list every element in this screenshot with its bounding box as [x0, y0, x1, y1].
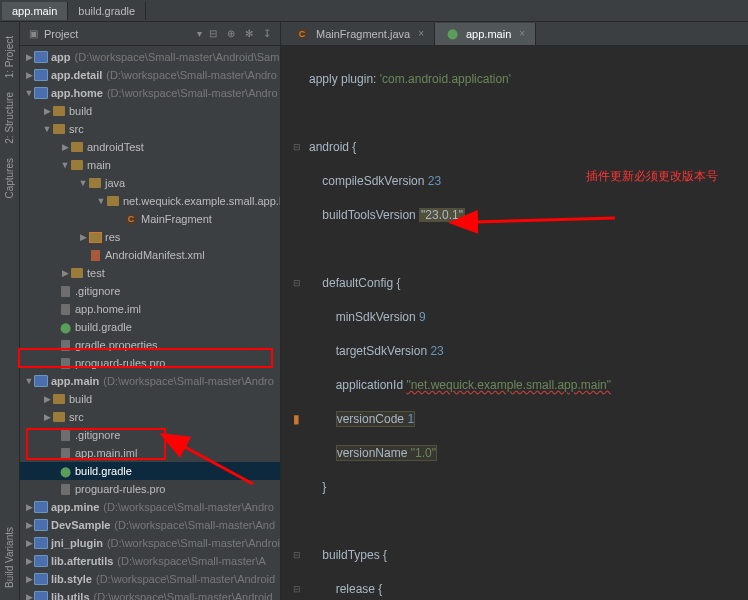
fold-icon[interactable]: ⊟ — [293, 547, 301, 564]
close-icon[interactable]: × — [519, 28, 525, 39]
folder-icon — [88, 176, 102, 190]
fold-icon[interactable]: ⊟ — [293, 581, 301, 598]
module-icon — [34, 50, 48, 64]
module-icon — [34, 554, 48, 568]
editor-tab-label: app.main — [466, 28, 511, 40]
chevron-down-icon[interactable]: ▾ — [192, 27, 206, 41]
editor-tab-strip: MainFragment.java × app.main × — [281, 22, 748, 46]
editor-tab-mainfragment[interactable]: MainFragment.java × — [285, 23, 435, 45]
tree-item-app[interactable]: ▶app(D:\workspace\Small-master\Android\S… — [20, 48, 280, 66]
tree-item-am-app-main-iml[interactable]: app.main.iml — [20, 444, 280, 462]
code-editor[interactable]: apply plugin: 'com.android.application' … — [281, 46, 748, 600]
module-icon — [34, 572, 48, 586]
tree-item-main[interactable]: ▼main — [20, 156, 280, 174]
folder-icon — [70, 158, 84, 172]
tree-item-gitignore[interactable]: .gitignore — [20, 282, 280, 300]
tree-item-app-home[interactable]: ▼app.home(D:\workspace\Small-master\Andr… — [20, 84, 280, 102]
folder-icon: ▣ — [26, 27, 40, 41]
tree-item-app-main[interactable]: ▼app.main(D:\workspace\Small-master\Andr… — [20, 372, 280, 390]
tree-item-package[interactable]: ▼net.wequick.example.small.app.ho — [20, 192, 280, 210]
editor-tab-label: MainFragment.java — [316, 28, 410, 40]
module-icon — [34, 518, 48, 532]
target-icon[interactable]: ⊕ — [224, 27, 238, 41]
project-tool-window: ▣ Project ▾ ⊟ ⊕ ✻ ↧ ▶app(D:\workspace\Sm… — [20, 22, 281, 600]
file-icon — [58, 428, 72, 442]
project-header: ▣ Project ▾ ⊟ ⊕ ✻ ↧ — [20, 22, 280, 46]
tree-item-am-gitignore[interactable]: .gitignore — [20, 426, 280, 444]
tree-item-am-build[interactable]: ▶build — [20, 390, 280, 408]
hide-icon[interactable]: ↧ — [260, 27, 274, 41]
gradle-file-icon — [58, 320, 72, 334]
module-icon — [34, 500, 48, 514]
fold-icon[interactable]: ⊟ — [293, 139, 301, 156]
fold-icon[interactable]: ⊟ — [293, 275, 301, 292]
annotation-text: 插件更新必须更改版本号 — [586, 168, 718, 185]
project-dropdown[interactable]: Project — [44, 28, 188, 40]
window-tab-label: build.gradle — [78, 5, 135, 17]
folder-icon — [70, 140, 84, 154]
tree-item-am-src[interactable]: ▶src — [20, 408, 280, 426]
file-icon — [58, 446, 72, 460]
folder-icon — [70, 266, 84, 280]
res-folder-icon — [88, 230, 102, 244]
tree-item-lib-utils[interactable]: ▶lib.utils(D:\workspace\Small-master\And… — [20, 588, 280, 600]
window-tab-strip: app.main build.gradle — [0, 0, 748, 22]
project-tree[interactable]: ▶app(D:\workspace\Small-master\Android\S… — [20, 46, 280, 600]
tree-item-androidtest[interactable]: ▶androidTest — [20, 138, 280, 156]
tree-item-proguard[interactable]: proguard-rules.pro — [20, 354, 280, 372]
folder-icon — [52, 410, 66, 424]
folder-icon — [52, 392, 66, 406]
left-tool-rail: 1: Project 2: Structure Captures Build V… — [0, 22, 20, 600]
rail-captures[interactable]: Captures — [4, 154, 15, 203]
tree-item-mainfragment[interactable]: MainFragment — [20, 210, 280, 228]
gear-icon[interactable]: ✻ — [242, 27, 256, 41]
tree-item-lib-style[interactable]: ▶lib.style(D:\workspace\Small-master\And… — [20, 570, 280, 588]
window-tab-build-gradle[interactable]: build.gradle — [68, 2, 146, 20]
tree-item-lib-afterutils[interactable]: ▶lib.afterutils(D:\workspace\Small-maste… — [20, 552, 280, 570]
module-icon — [34, 590, 48, 600]
module-icon — [34, 374, 48, 388]
xml-file-icon — [88, 248, 102, 262]
gradle-file-icon — [58, 464, 72, 478]
tree-item-res[interactable]: ▶res — [20, 228, 280, 246]
tree-item-build-gradle[interactable]: build.gradle — [20, 318, 280, 336]
class-icon — [124, 212, 138, 226]
class-icon — [295, 27, 309, 41]
module-icon — [34, 86, 48, 100]
tree-item-jni-plugin[interactable]: ▶jni_plugin(D:\workspace\Small-master\An… — [20, 534, 280, 552]
gradle-file-icon — [445, 27, 459, 41]
file-icon — [58, 482, 72, 496]
folder-icon — [52, 122, 66, 136]
tree-item-am-build-gradle[interactable]: build.gradle — [20, 462, 280, 480]
folder-icon — [52, 104, 66, 118]
rail-structure[interactable]: 2: Structure — [4, 88, 15, 148]
window-tab-label: app.main — [12, 5, 57, 17]
tree-item-java[interactable]: ▼java — [20, 174, 280, 192]
tree-item-app-mine[interactable]: ▶app.mine(D:\workspace\Small-master\Andr… — [20, 498, 280, 516]
editor-area: MainFragment.java × app.main × apply plu… — [281, 22, 748, 600]
tree-item-build[interactable]: ▶build — [20, 102, 280, 120]
collapse-icon[interactable]: ⊟ — [206, 27, 220, 41]
tree-item-gradle-props[interactable]: gradle.properties — [20, 336, 280, 354]
tree-item-am-proguard[interactable]: proguard-rules.pro — [20, 480, 280, 498]
file-icon — [58, 284, 72, 298]
package-icon — [106, 194, 120, 208]
rail-build-variants[interactable]: Build Variants — [4, 523, 15, 592]
rail-project[interactable]: 1: Project — [4, 32, 15, 82]
close-icon[interactable]: × — [418, 28, 424, 39]
tree-item-app-home-iml[interactable]: app.home.iml — [20, 300, 280, 318]
editor-tab-app-main[interactable]: app.main × — [435, 23, 536, 45]
file-icon — [58, 338, 72, 352]
tree-item-src[interactable]: ▼src — [20, 120, 280, 138]
file-icon — [58, 302, 72, 316]
tree-item-test[interactable]: ▶test — [20, 264, 280, 282]
module-icon — [34, 68, 48, 82]
tree-item-app-detail[interactable]: ▶app.detail(D:\workspace\Small-master\An… — [20, 66, 280, 84]
tree-item-manifest[interactable]: AndroidManifest.xml — [20, 246, 280, 264]
tree-item-devsample[interactable]: ▶DevSample(D:\workspace\Small-master\And — [20, 516, 280, 534]
file-icon — [58, 356, 72, 370]
module-icon — [34, 536, 48, 550]
window-tab-app-main[interactable]: app.main — [2, 2, 68, 20]
